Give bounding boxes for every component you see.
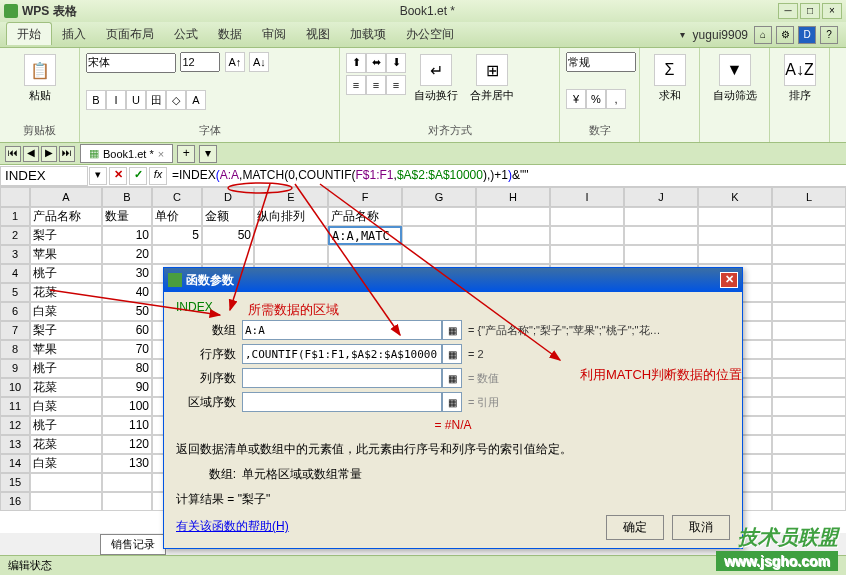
col-header[interactable]: B: [102, 187, 152, 207]
cell[interactable]: 梨子: [30, 226, 102, 245]
menu-办公空间[interactable]: 办公空间: [396, 23, 464, 45]
menu-公式[interactable]: 公式: [164, 23, 208, 45]
col-header[interactable]: E: [254, 187, 328, 207]
fx-button[interactable]: fx: [149, 167, 167, 185]
menu-数据[interactable]: 数据: [208, 23, 252, 45]
font-style-button[interactable]: ◇: [166, 90, 186, 110]
row-header[interactable]: 3: [0, 245, 30, 264]
cell[interactable]: 40: [102, 283, 152, 302]
cell[interactable]: 花菜: [30, 435, 102, 454]
menu-插入[interactable]: 插入: [52, 23, 96, 45]
d-icon[interactable]: D: [798, 26, 816, 44]
cell[interactable]: 30: [102, 264, 152, 283]
paste-button[interactable]: 📋 粘贴: [6, 52, 73, 105]
row-header[interactable]: 16: [0, 492, 30, 511]
cell[interactable]: [550, 226, 624, 245]
row-header[interactable]: 14: [0, 454, 30, 473]
cell[interactable]: [772, 416, 846, 435]
cell[interactable]: [254, 226, 328, 245]
cell[interactable]: [328, 245, 402, 264]
cell[interactable]: 桃子: [30, 359, 102, 378]
cell[interactable]: 100: [102, 397, 152, 416]
cell[interactable]: 50: [102, 302, 152, 321]
row-header[interactable]: 4: [0, 264, 30, 283]
wrap-text-button[interactable]: ↵自动换行: [410, 52, 462, 105]
cell[interactable]: 花菜: [30, 283, 102, 302]
cell[interactable]: [476, 245, 550, 264]
add-tab-button[interactable]: +: [177, 145, 195, 163]
range-select-button[interactable]: ▦: [442, 320, 462, 340]
cell[interactable]: 白菜: [30, 302, 102, 321]
dialog-cancel-button[interactable]: 取消: [672, 515, 730, 540]
font-style-button[interactable]: B: [86, 90, 106, 110]
tab-prev-button[interactable]: ◀: [23, 146, 39, 162]
name-dropdown-button[interactable]: ▾: [89, 167, 107, 185]
currency-button[interactable]: ¥: [566, 89, 586, 109]
cell[interactable]: [254, 245, 328, 264]
cell[interactable]: 产品名称: [328, 207, 402, 226]
function-help-link[interactable]: 有关该函数的帮助(H): [176, 518, 289, 535]
font-style-button[interactable]: U: [126, 90, 146, 110]
home-icon[interactable]: ⌂: [754, 26, 772, 44]
row-header[interactable]: 12: [0, 416, 30, 435]
menu-页面布局[interactable]: 页面布局: [96, 23, 164, 45]
font-style-button[interactable]: A: [186, 90, 206, 110]
font-style-button[interactable]: I: [106, 90, 126, 110]
dialog-title-bar[interactable]: 函数参数 ✕: [164, 268, 742, 292]
menu-审阅[interactable]: 审阅: [252, 23, 296, 45]
param-input[interactable]: [242, 320, 442, 340]
cell[interactable]: [476, 226, 550, 245]
filter-button[interactable]: ▼自动筛选: [706, 52, 763, 105]
cell[interactable]: 产品名称: [30, 207, 102, 226]
param-input[interactable]: [242, 368, 442, 388]
param-input[interactable]: [242, 392, 442, 412]
cell[interactable]: [402, 245, 476, 264]
cell[interactable]: [30, 473, 102, 492]
menu-视图[interactable]: 视图: [296, 23, 340, 45]
cell[interactable]: [202, 245, 254, 264]
cell[interactable]: 130: [102, 454, 152, 473]
formula-input[interactable]: =INDEX(A:A,MATCH(0,COUNTIF(F$1:F1,$A$2:$…: [168, 166, 846, 186]
range-select-button[interactable]: ▦: [442, 344, 462, 364]
menu-dropdown-icon[interactable]: ▾: [676, 29, 689, 40]
cell[interactable]: 花菜: [30, 378, 102, 397]
formula-cancel-button[interactable]: ✕: [109, 167, 127, 185]
tab-next-button[interactable]: ▶: [41, 146, 57, 162]
cell[interactable]: 苹果: [30, 340, 102, 359]
tab-first-button[interactable]: ⏮: [5, 146, 21, 162]
increase-font-button[interactable]: A↑: [225, 52, 245, 72]
cell[interactable]: [698, 226, 772, 245]
col-header[interactable]: K: [698, 187, 772, 207]
cell[interactable]: 90: [102, 378, 152, 397]
cell[interactable]: [624, 207, 698, 226]
row-header[interactable]: 11: [0, 397, 30, 416]
cell[interactable]: 金额: [202, 207, 254, 226]
cell[interactable]: 60: [102, 321, 152, 340]
cell[interactable]: [102, 492, 152, 511]
doc-tab-close-icon[interactable]: ×: [158, 148, 164, 160]
row-header[interactable]: 13: [0, 435, 30, 454]
row-header[interactable]: 1: [0, 207, 30, 226]
font-style-button[interactable]: 田: [146, 90, 166, 110]
select-all-corner[interactable]: [0, 187, 30, 207]
cell[interactable]: 桃子: [30, 416, 102, 435]
cell[interactable]: [772, 226, 846, 245]
cell[interactable]: [698, 207, 772, 226]
row-header[interactable]: 9: [0, 359, 30, 378]
cell[interactable]: 单价: [152, 207, 202, 226]
align-middle-button[interactable]: ⬌: [366, 53, 386, 73]
row-header[interactable]: 15: [0, 473, 30, 492]
cell[interactable]: [772, 473, 846, 492]
cell[interactable]: [152, 245, 202, 264]
font-name-select[interactable]: [86, 53, 176, 73]
cell[interactable]: 苹果: [30, 245, 102, 264]
cell[interactable]: [772, 378, 846, 397]
align-right-button[interactable]: ≡: [386, 75, 406, 95]
cell[interactable]: [772, 283, 846, 302]
sheet-tab[interactable]: 销售记录: [100, 534, 166, 555]
maximize-button[interactable]: □: [800, 3, 820, 19]
cell[interactable]: [772, 454, 846, 473]
cell[interactable]: 50: [202, 226, 254, 245]
cell[interactable]: [772, 245, 846, 264]
merge-center-button[interactable]: ⊞合并居中: [466, 52, 518, 105]
